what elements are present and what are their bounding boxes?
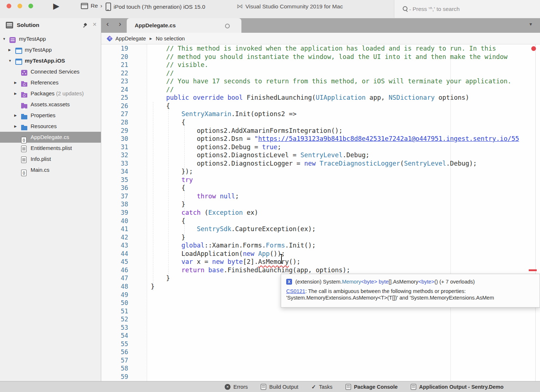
expand-arrow-icon[interactable]: ▶: [14, 77, 17, 88]
code-editor[interactable]: 1920212223242526272829303132333435363738…: [101, 44, 540, 381]
tree-item-resources[interactable]: ▶Resources: [0, 121, 101, 132]
breadcrumb-separator-icon: ▶: [150, 37, 152, 40]
tree-item-label: Properties: [31, 110, 55, 121]
collapse-arrow-icon[interactable]: ▼: [8, 55, 12, 66]
tree-item-entitlements-plist[interactable]: Entitlements.plist: [0, 143, 101, 154]
statusbar-tab-application-output-sentry-demo[interactable]: Application Output - Sentry.Demo: [411, 384, 504, 390]
tree-item-label: AppDelegate.cs: [31, 132, 69, 143]
device-selector[interactable]: iPod touch (7th generation) iOS 15.0: [106, 3, 205, 11]
line-number: 52: [101, 315, 128, 324]
code-line-34: });: [151, 167, 193, 176]
line-number: 23: [101, 77, 128, 86]
close-window-button[interactable]: [7, 4, 11, 8]
solution-tree: ▼myTestApp▶myTestApp▼myTestApp.iOSConnec…: [0, 33, 101, 175]
output-pad-icon: [261, 384, 266, 390]
tree-item-label: Connected Services: [31, 66, 79, 77]
code-line-22: //: [151, 69, 174, 78]
line-number: 33: [101, 159, 128, 168]
code-line-40: {: [151, 217, 185, 225]
plist-file-icon: [21, 146, 27, 152]
line-number: 19: [101, 44, 128, 53]
statusbar-tab-errors[interactable]: ✕Errors: [225, 384, 248, 390]
tree-item-label: References: [31, 77, 59, 88]
device-label: iPod touch (7th generation) iOS 15.0: [114, 4, 205, 10]
tooltip-signature-text: (extension) System.Memory<byte> byte[].A…: [295, 279, 475, 285]
tree-item-mytestapp[interactable]: ▶myTestApp: [0, 44, 101, 55]
breadcrumb-class[interactable]: AppDelegate: [115, 36, 146, 41]
unsaved-changes-icon[interactable]: [225, 24, 230, 28]
run-button[interactable]: ▶: [53, 1, 59, 11]
package-folder-icon: [21, 93, 27, 98]
tree-item-mytestapp[interactable]: ▼myTestApp: [0, 33, 101, 44]
close-icon[interactable]: ✕: [92, 21, 97, 27]
pin-icon[interactable]: [83, 23, 88, 28]
code-line-36: {: [151, 184, 185, 192]
code-line-35: try: [151, 176, 193, 184]
line-number: 54: [101, 332, 128, 340]
collapse-arrow-icon[interactable]: ▼: [3, 33, 6, 44]
line-number: 36: [101, 184, 128, 192]
solution-pad-title: Solution: [17, 22, 39, 28]
visual-studio-logo-icon: ⋈: [237, 3, 243, 10]
tab-overflow-chevron-icon[interactable]: ▾: [529, 21, 532, 27]
tree-item-properties[interactable]: ▶Properties: [0, 110, 101, 121]
line-number: 30: [101, 135, 128, 143]
error-code-link[interactable]: CS0121: [286, 288, 305, 294]
code-line-45: var x = new byte[2].AsMemory();: [151, 258, 300, 266]
expand-arrow-icon[interactable]: ▶: [14, 121, 17, 132]
line-number: 38: [101, 200, 128, 209]
navigate-forward-button[interactable]: ›: [119, 19, 121, 28]
statusbar-tab-label: Errors: [233, 384, 248, 390]
line-number: 39: [101, 209, 128, 217]
tree-item-info-plist[interactable]: Info.plist: [0, 154, 101, 165]
line-number: 25: [101, 94, 128, 102]
build-config-selector[interactable]: Re ›: [81, 3, 102, 9]
navigate-back-button[interactable]: ‹: [106, 19, 109, 28]
code-line-37: throw null;: [151, 192, 239, 201]
tree-item-appdelegate-cs[interactable]: {}AppDelegate.cs: [0, 132, 101, 143]
ide-window: ▶ Re › iPod touch (7th generation) iOS 1…: [0, 0, 540, 392]
code-line-39: catch (Exception ex): [151, 209, 258, 217]
tree-item-packages[interactable]: ▶Packages (2 updates): [0, 88, 101, 99]
code-line-20: // method you should instantiate the win…: [151, 53, 508, 61]
tree-item-connected-services[interactable]: Connected Services: [0, 66, 101, 77]
line-number: 44: [101, 250, 128, 258]
tree-item-label: myTestApp: [19, 33, 46, 44]
line-number: 22: [101, 69, 128, 78]
line-number: 55: [101, 340, 128, 348]
phone-icon: [106, 3, 111, 11]
line-number: 58: [101, 364, 128, 373]
statusbar-tab-build-output[interactable]: Build Output: [261, 384, 298, 390]
code-line-30: options2.Dsn = "https://5a193123a9b841bc…: [151, 135, 519, 143]
solution-pad: Solution ✕ ▼myTestApp▶myTestApp▼myTestAp…: [0, 18, 101, 381]
zoom-window-button[interactable]: [28, 4, 33, 8]
folder-icon: [21, 115, 27, 119]
line-number: 24: [101, 86, 128, 94]
window-title-text: Visual Studio Community 2019 for Mac: [245, 3, 343, 10]
tree-item-mytestapp-ios[interactable]: ▼myTestApp.iOS: [0, 55, 101, 66]
assets-folder-icon: a: [21, 104, 27, 108]
minimize-window-button[interactable]: [17, 4, 22, 8]
code-line-33: options2.DiagnosticLogger = new TraceDia…: [151, 159, 477, 168]
search-input[interactable]: ⌄ Press '^,' to search: [394, 0, 540, 18]
breadcrumb-selection[interactable]: No selection: [156, 36, 185, 41]
line-number: 46: [101, 266, 128, 274]
project-icon: [15, 59, 22, 65]
error-overview-dash: [529, 269, 537, 271]
expand-arrow-icon[interactable]: ▶: [14, 110, 17, 121]
class-icon: C: [107, 35, 113, 41]
expand-arrow-icon[interactable]: ▶: [8, 44, 11, 55]
tree-item-label: Main.cs: [31, 165, 50, 175]
expand-arrow-icon[interactable]: ▶: [14, 88, 17, 99]
tab-appdelegate-cs[interactable]: AppDelegate.cs: [127, 18, 241, 33]
tree-item-references[interactable]: ▶References: [0, 77, 101, 88]
breadcrumb: C AppDelegate ▶ No selection: [101, 33, 540, 44]
statusbar-tab-tasks[interactable]: ✓Tasks: [311, 384, 332, 390]
line-number: 57: [101, 356, 128, 365]
statusbar-tab-package-console[interactable]: Package Console: [346, 384, 398, 390]
statusbar-tab-label: Package Console: [354, 384, 398, 390]
line-number: 49: [101, 291, 128, 299]
tree-item-main-cs[interactable]: {}Main.cs: [0, 165, 101, 175]
line-number: 56: [101, 348, 128, 356]
tree-item-assets-xcassets[interactable]: aAssets.xcassets: [0, 99, 101, 110]
